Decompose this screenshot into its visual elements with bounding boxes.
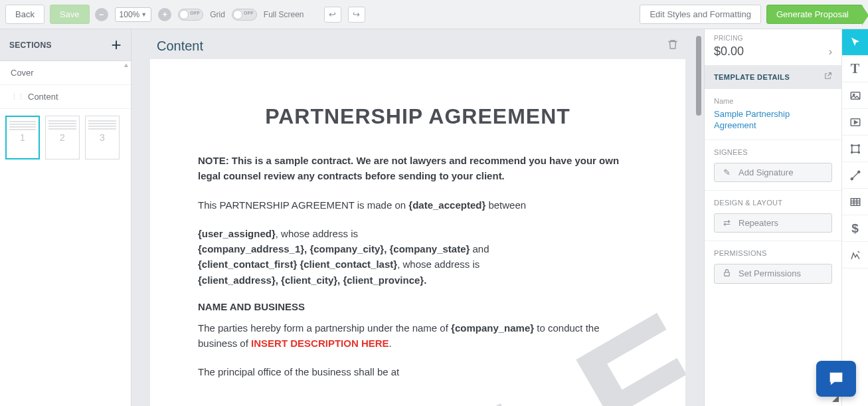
vertical-scrollbar[interactable] — [696, 36, 701, 116]
tool-rail: T $ — [841, 29, 868, 406]
table-tool[interactable] — [842, 189, 868, 215]
grid-toggle[interactable]: OFF — [178, 9, 203, 21]
intro-paragraph: This PARTNERSHIP AGREEMENT is made on {d… — [198, 197, 638, 213]
set-permissions-label: Set Permissions — [738, 268, 801, 278]
thumb-page-3[interactable]: 3 — [85, 116, 120, 159]
add-signature-label: Add Signature — [738, 167, 793, 177]
template-name[interactable]: Sample Partnership Agreement — [714, 109, 832, 132]
thumb-page-2[interactable]: 2 — [45, 116, 80, 159]
right-sidebar: PRICING $0.00 › TEMPLATE DETAILS Name Sa… — [704, 29, 841, 406]
page-thumbnails: 1 2 3 — [0, 109, 131, 166]
video-tool[interactable] — [842, 109, 868, 136]
permissions-label: PERMISSIONS — [714, 249, 832, 257]
template-details-label: TEMPLATE DETAILS — [714, 73, 790, 81]
edit-styles-button[interactable]: Edit Styles and Formatting — [640, 5, 760, 24]
lock-icon — [721, 268, 732, 279]
template-details-header: TEMPLATE DETAILS — [705, 65, 841, 89]
document-page[interactable]: PLE PARTNERSHIP AGREEMENT NOTE: This is … — [150, 59, 685, 406]
generate-proposal-button[interactable]: Generate Proposal — [766, 5, 863, 24]
set-permissions-button[interactable]: Set Permissions — [714, 264, 832, 284]
section-label: Content — [28, 92, 58, 102]
repeaters-button[interactable]: ⇄ Repeaters — [714, 213, 832, 233]
design-label: DESIGN & LAYOUT — [714, 199, 832, 207]
pricing-value: $0.00 — [714, 45, 744, 58]
zoom-out-button[interactable]: − — [95, 8, 108, 21]
canvas-title: Content — [157, 39, 203, 54]
sections-header: SECTIONS + — [0, 29, 131, 61]
chat-button[interactable] — [816, 361, 856, 397]
name-label: Name — [714, 97, 832, 105]
scroll-up-icon: ▲ — [123, 61, 130, 68]
pricing-label: PRICING — [705, 29, 841, 45]
section-label: Cover — [11, 68, 34, 78]
pricing-expand-button[interactable]: › — [829, 46, 832, 58]
fullscreen-toggle[interactable]: OFF — [232, 9, 257, 21]
svg-point-7 — [851, 152, 852, 153]
caret-down-icon: ▼ — [141, 11, 147, 18]
name-business-heading: NAME AND BUSINESS — [198, 301, 638, 312]
signature-icon: ✎ — [721, 167, 732, 177]
svg-point-5 — [851, 144, 852, 146]
section-item-cover[interactable]: Cover — [0, 61, 131, 85]
canvas-area: Content PLE PARTNERSHIP AGREEMENT NOTE: … — [131, 29, 704, 406]
thumb-page-1[interactable]: 1 — [5, 116, 40, 159]
delete-page-button[interactable] — [667, 39, 679, 54]
signees-label: SIGNEES — [714, 148, 832, 156]
repeaters-label: Repeaters — [738, 218, 778, 228]
thumb-number: 2 — [60, 132, 65, 143]
svg-point-6 — [858, 144, 859, 146]
line-tool[interactable] — [842, 162, 868, 189]
svg-rect-4 — [851, 145, 859, 152]
document-title: PARTNERSHIP AGREEMENT — [198, 104, 638, 129]
pointer-tool[interactable] — [842, 29, 868, 56]
image-tool[interactable] — [842, 82, 868, 109]
party1-line1: {user_assigned}, whose address is — [198, 226, 638, 241]
pricing-tool[interactable]: $ — [842, 215, 868, 242]
save-button: Save — [50, 5, 90, 24]
redo-button[interactable]: ↪ — [348, 7, 365, 23]
signees-field: SIGNEES ✎ Add Signature — [705, 140, 841, 191]
open-external-icon[interactable] — [824, 72, 832, 82]
svg-point-9 — [851, 177, 853, 179]
party1-addr: {company_address_1}, {company_city}, {co… — [198, 241, 638, 256]
svg-rect-11 — [851, 198, 860, 205]
back-button[interactable]: Back — [5, 5, 44, 24]
svg-point-8 — [858, 152, 859, 153]
repeat-icon: ⇄ — [721, 218, 732, 228]
zoom-select[interactable]: 100%▼ — [115, 7, 152, 22]
shape-tool[interactable] — [842, 136, 868, 162]
thumb-number: 1 — [20, 132, 25, 143]
business-paragraph: The parties hereby form a partnership un… — [198, 320, 638, 352]
section-item-content[interactable]: ⋮⋮Content — [0, 85, 131, 109]
office-paragraph: The principal office of the business sha… — [198, 364, 638, 379]
svg-point-10 — [857, 171, 859, 173]
left-sidebar: SECTIONS + ▲ Cover ⋮⋮Content 1 2 3 — [0, 29, 131, 406]
design-layout-field: DESIGN & LAYOUT ⇄ Repeaters — [705, 191, 841, 241]
signature-tool[interactable] — [842, 242, 868, 268]
drag-grip-icon: ⋮⋮ — [11, 92, 24, 101]
thumb-number: 3 — [100, 132, 105, 143]
grid-label: Grid — [210, 10, 225, 19]
permissions-field: PERMISSIONS Set Permissions — [705, 241, 841, 292]
undo-button[interactable]: ↩ — [324, 7, 341, 23]
text-tool[interactable]: T — [842, 56, 868, 82]
top-toolbar: Back Save − 100%▼ + OFF Grid OFF Full Sc… — [0, 0, 868, 29]
note-paragraph: NOTE: This is a sample contract. We are … — [198, 153, 638, 184]
zoom-value: 100% — [120, 10, 140, 19]
svg-rect-0 — [724, 272, 729, 276]
sections-title: SECTIONS — [9, 41, 52, 50]
center-tools: − 100%▼ + OFF Grid OFF Full Screen ↩ ↪ — [95, 7, 365, 23]
party2-addr: {client_address}, {client_city}, {client… — [198, 272, 638, 288]
party2-line1: {client_contact_first} {client_contact_l… — [198, 256, 638, 272]
fullscreen-label: Full Screen — [264, 10, 304, 19]
template-name-field: Name Sample Partnership Agreement — [705, 89, 841, 140]
add-signature-button[interactable]: ✎ Add Signature — [714, 163, 832, 182]
add-section-button[interactable]: + — [112, 35, 122, 55]
zoom-in-button[interactable]: + — [158, 8, 171, 21]
